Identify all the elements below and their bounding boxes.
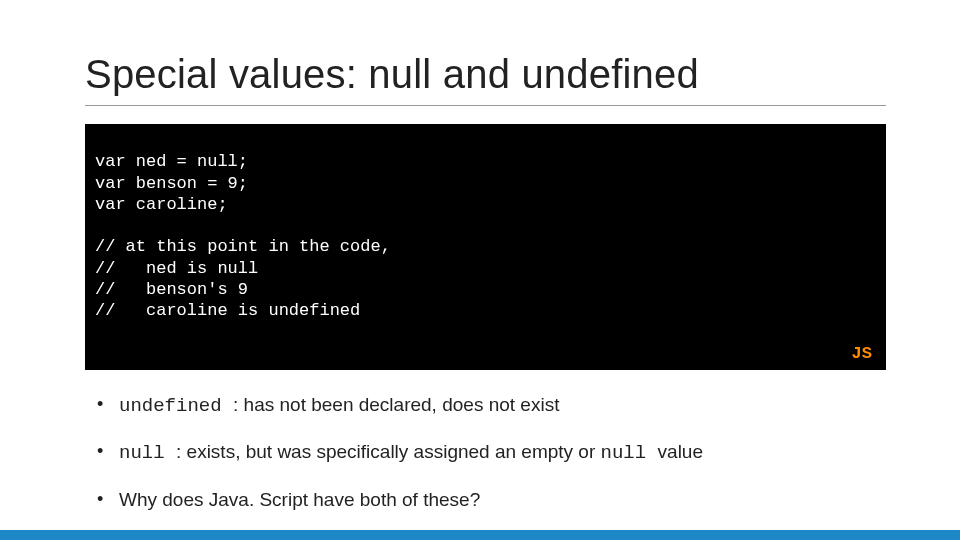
bullet-text: value	[658, 441, 703, 462]
code-block: var ned = null; var benson = 9; var caro…	[85, 124, 886, 370]
bullet-list: undefined : has not been declared, does …	[85, 392, 886, 513]
bullet-code: null	[601, 442, 658, 464]
bullet-item: undefined : has not been declared, does …	[93, 392, 886, 420]
bullet-item: Why does Java. Script have both of these…	[93, 487, 886, 513]
code-lang-tag: JS	[852, 343, 872, 364]
code-line: // caroline is undefined	[95, 301, 360, 320]
code-line: var caroline;	[95, 195, 228, 214]
bullet-item: null : exists, but was specifically assi…	[93, 439, 886, 467]
code-line: // benson's 9	[95, 280, 248, 299]
bullet-text: : exists, but was specifically assigned …	[176, 441, 601, 462]
code-line: // at this point in the code,	[95, 237, 391, 256]
slide-title: Special values: null and undefined	[85, 52, 886, 106]
accent-bar	[0, 530, 960, 540]
bullet-code: null	[119, 442, 176, 464]
slide: Special values: null and undefined var n…	[0, 0, 960, 540]
bullet-text: Why does Java. Script have both of these…	[119, 489, 480, 510]
code-line: var ned = null;	[95, 152, 248, 171]
code-line: var benson = 9;	[95, 174, 248, 193]
bullet-text: : has not been declared, does not exist	[233, 394, 559, 415]
code-line: // ned is null	[95, 259, 258, 278]
bullet-code: undefined	[119, 395, 233, 417]
